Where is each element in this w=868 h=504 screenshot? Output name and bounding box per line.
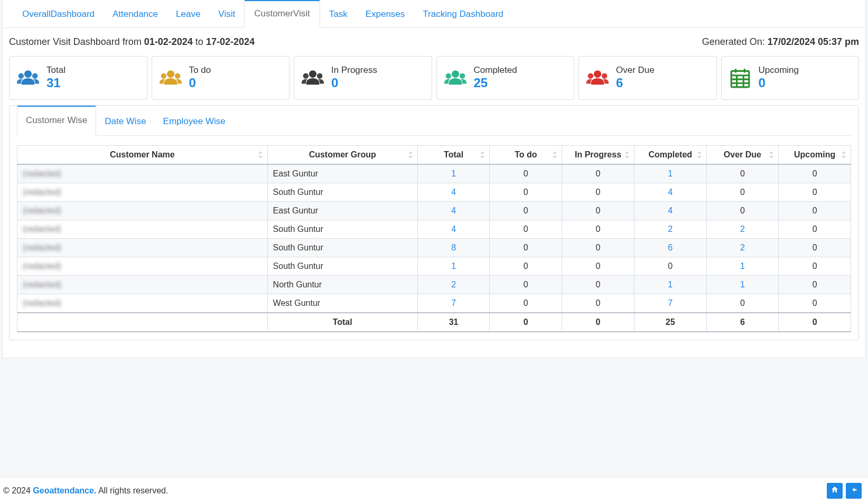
table-row: (redacted)South Guntur100010 — [17, 257, 851, 276]
cell-customer-name[interactable]: (redacted) — [17, 276, 268, 294]
cell-overdue: 0 — [706, 202, 779, 220]
col-header-label: Total — [444, 150, 463, 159]
table-footer-row: Total31002560 — [17, 313, 851, 332]
brand-link[interactable]: Geoattendance. — [33, 486, 96, 495]
customer-name-text: (redacted) — [23, 262, 61, 270]
sub-tab-date-wise[interactable]: Date Wise — [96, 108, 154, 135]
footer-total: 31 — [417, 313, 490, 332]
top-tab-visit[interactable]: Visit — [209, 1, 244, 27]
cell-total[interactable]: 1 — [417, 164, 490, 183]
cell-overdue[interactable]: 1 — [706, 276, 779, 294]
customer-name-text: (redacted) — [23, 280, 61, 289]
svg-point-5 — [174, 73, 180, 79]
footer-label: Total — [267, 313, 417, 332]
cell-inprogress: 0 — [562, 239, 634, 257]
col-header-over-due[interactable]: Over Due — [706, 146, 779, 165]
col-header-upcoming[interactable]: Upcoming — [779, 146, 851, 165]
sort-icon[interactable] — [552, 151, 557, 158]
home-button[interactable] — [827, 483, 843, 499]
cell-customer-group: East Guntur — [267, 164, 417, 183]
sort-icon[interactable] — [841, 151, 846, 158]
sort-icon[interactable] — [408, 151, 413, 158]
col-header-label: Over Due — [724, 150, 761, 159]
people-icon — [302, 67, 324, 89]
summary-card-over-due[interactable]: Over Due 6 — [578, 56, 717, 100]
summary-card-to-do[interactable]: To do 0 — [152, 56, 290, 100]
col-header-completed[interactable]: Completed — [634, 146, 706, 165]
card-value: 0 — [331, 76, 377, 91]
top-tab-attendance[interactable]: Attendance — [104, 1, 167, 27]
card-value: 6 — [616, 76, 655, 91]
sort-icon[interactable] — [258, 151, 263, 158]
top-tab-task[interactable]: Task — [320, 1, 357, 27]
sort-icon[interactable] — [769, 151, 774, 158]
customer-name-text: (redacted) — [23, 206, 61, 215]
cell-completed[interactable]: 2 — [634, 220, 706, 239]
cell-total[interactable]: 4 — [417, 202, 490, 220]
sub-tab-employee-wise[interactable]: Employee Wise — [155, 108, 234, 135]
card-value: 0 — [759, 76, 799, 91]
card-label: Completed — [474, 65, 517, 76]
sort-icon[interactable] — [480, 151, 485, 158]
cell-overdue[interactable]: 1 — [706, 257, 779, 276]
summary-card-in-progress[interactable]: In Progress 0 — [294, 56, 432, 100]
sort-icon[interactable] — [624, 151, 630, 158]
cell-completed[interactable]: 4 — [634, 202, 706, 220]
customer-name-text: (redacted) — [23, 225, 61, 234]
col-header-in-progress[interactable]: In Progress — [562, 146, 634, 165]
cell-todo: 0 — [490, 239, 562, 257]
col-header-total[interactable]: Total — [417, 146, 490, 165]
summary-card-completed[interactable]: Completed 25 — [436, 56, 575, 100]
cell-completed[interactable]: 1 — [634, 276, 706, 294]
people-icon — [160, 67, 182, 89]
sort-icon[interactable] — [697, 151, 702, 158]
cell-completed[interactable]: 7 — [634, 294, 706, 313]
col-header-to-do[interactable]: To do — [490, 146, 562, 165]
top-tab-tracking-dashboard[interactable]: Tracking Dashboard — [414, 1, 512, 27]
summary-card-upcoming[interactable]: Upcoming 0 — [721, 56, 860, 100]
table-row: (redacted)East Guntur400400 — [17, 202, 851, 220]
back-button[interactable] — [846, 483, 862, 499]
top-tab-leave[interactable]: Leave — [167, 1, 209, 27]
cell-customer-name[interactable]: (redacted) — [17, 164, 268, 183]
cell-customer-name[interactable]: (redacted) — [17, 294, 268, 313]
cell-overdue[interactable]: 2 — [706, 239, 779, 257]
cell-completed[interactable]: 1 — [634, 164, 706, 183]
cell-total[interactable]: 4 — [417, 220, 490, 239]
top-tab-expenses[interactable]: Expenses — [357, 1, 414, 27]
table-header-row: Customer Name Customer Group Total To do… — [17, 146, 851, 165]
cell-todo: 0 — [490, 257, 562, 276]
card-value: 25 — [474, 76, 517, 91]
cell-total[interactable]: 4 — [417, 183, 490, 202]
cell-total[interactable]: 8 — [417, 239, 490, 257]
cell-total[interactable]: 1 — [417, 257, 490, 276]
cell-total[interactable]: 2 — [417, 276, 490, 294]
customer-name-text: (redacted) — [23, 169, 61, 178]
col-header-customer-name[interactable]: Customer Name — [17, 146, 268, 165]
cell-completed[interactable]: 4 — [634, 183, 706, 202]
svg-point-0 — [24, 70, 32, 78]
col-header-customer-group[interactable]: Customer Group — [267, 146, 417, 165]
sub-tab-customer-wise[interactable]: Customer Wise — [17, 106, 96, 136]
cell-overdue: 0 — [706, 294, 779, 313]
app-container: OverallDashboardAttendanceLeaveVisitCust… — [2, 0, 866, 358]
cell-customer-name[interactable]: (redacted) — [17, 202, 268, 220]
cell-customer-name[interactable]: (redacted) — [17, 239, 268, 257]
summary-card-total[interactable]: Total 31 — [9, 56, 147, 100]
cell-inprogress: 0 — [562, 183, 634, 202]
svg-point-3 — [167, 70, 174, 78]
card-meta: In Progress 0 — [331, 65, 377, 91]
footer-completed: 25 — [634, 313, 706, 332]
footer-todo: 0 — [490, 313, 562, 332]
cell-overdue[interactable]: 2 — [706, 220, 779, 239]
cell-customer-name[interactable]: (redacted) — [17, 257, 268, 276]
cell-inprogress: 0 — [562, 294, 634, 313]
cell-total[interactable]: 7 — [417, 294, 490, 313]
panel: Customer WiseDate WiseEmployee Wise Cust… — [9, 105, 859, 340]
cell-completed[interactable]: 6 — [634, 239, 706, 257]
cell-todo: 0 — [490, 164, 562, 183]
cell-customer-name[interactable]: (redacted) — [17, 183, 268, 202]
top-tab-overalldashboard[interactable]: OverallDashboard — [13, 1, 104, 27]
top-tab-customervisit[interactable]: CustomerVisit — [244, 0, 320, 28]
cell-customer-name[interactable]: (redacted) — [17, 220, 268, 239]
